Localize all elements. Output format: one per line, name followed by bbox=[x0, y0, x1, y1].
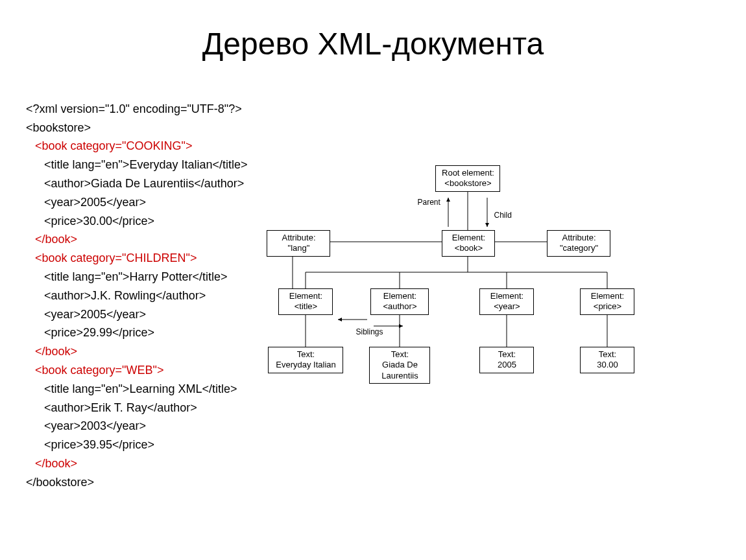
node-text-author: Text: Giada De Laurentiis bbox=[369, 347, 430, 384]
book-1-author: <author>Giada De Laurentiis</author> bbox=[26, 174, 244, 193]
node-book-l2: <book> bbox=[445, 243, 492, 253]
book-1-title: <title lang="en">Everyday Italian</title… bbox=[26, 156, 247, 174]
node-text-year-l2: 2005 bbox=[483, 360, 531, 370]
book-2-price: <price>29.99</price> bbox=[26, 323, 154, 342]
node-root: Root element: <bookstore> bbox=[435, 165, 500, 192]
node-title: Element: <title> bbox=[278, 288, 333, 315]
book-3-price: <price>39.95</price> bbox=[26, 436, 154, 454]
book-2-close: </book> bbox=[26, 342, 77, 361]
node-year-l2: <year> bbox=[483, 301, 531, 312]
label-siblings: Siblings bbox=[354, 327, 384, 336]
node-text-price: Text: 30.00 bbox=[580, 347, 634, 373]
node-text-author-l1: Text: bbox=[372, 349, 427, 360]
node-price-l1: Element: bbox=[583, 291, 631, 301]
node-attr-category: Attribute: "category" bbox=[547, 230, 610, 257]
node-text-price-l1: Text: bbox=[583, 349, 631, 360]
node-text-author-l3: Laurentiis bbox=[372, 371, 427, 381]
xml-root-close: </bookstore> bbox=[26, 476, 94, 489]
node-attr-lang-l2: "lang" bbox=[270, 243, 327, 253]
node-text-title-l2: Everyday Italian bbox=[271, 360, 340, 370]
node-title-l1: Element: bbox=[282, 291, 330, 301]
tree-diagram: Root element: <bookstore> Parent Child A… bbox=[254, 165, 720, 492]
node-attr-category-l1: Attribute: bbox=[550, 233, 607, 243]
node-year: Element: <year> bbox=[479, 288, 534, 315]
label-parent: Parent bbox=[416, 198, 441, 207]
book-2-year: <year>2005</year> bbox=[26, 305, 146, 324]
node-price-l2: <price> bbox=[583, 301, 631, 312]
book-1-close: </book> bbox=[26, 230, 77, 249]
book-3-author: <author>Erik T. Ray</author> bbox=[26, 399, 197, 417]
slide-title: Дерево XML-документа bbox=[26, 26, 720, 62]
book-3-close: </book> bbox=[26, 454, 77, 473]
xml-code-block: <?xml version="1.0" encoding="UTF-8"?> <… bbox=[26, 81, 247, 492]
node-author-l2: <author> bbox=[374, 301, 426, 312]
book-3-year: <year>2003</year> bbox=[26, 417, 146, 436]
node-book-l1: Element: bbox=[445, 233, 492, 243]
book-1-open: <book category="COOKING"> bbox=[26, 137, 192, 156]
book-3-open: <book category="WEB"> bbox=[26, 361, 163, 380]
node-attr-lang-l1: Attribute: bbox=[270, 233, 327, 243]
node-price: Element: <price> bbox=[580, 288, 634, 315]
node-root-l1: Root element: bbox=[439, 168, 497, 178]
node-title-l2: <title> bbox=[282, 301, 330, 312]
book-1-year: <year>2005</year> bbox=[26, 193, 146, 212]
node-year-l1: Element: bbox=[483, 291, 531, 301]
xml-root-open: <bookstore> bbox=[26, 121, 91, 134]
xml-decl: <?xml version="1.0" encoding="UTF-8"?> bbox=[26, 102, 242, 115]
label-child: Child bbox=[492, 211, 512, 220]
book-2-author: <author>J.K. Rowling</author> bbox=[26, 286, 206, 305]
book-2-open: <book category="CHILDREN"> bbox=[26, 249, 197, 268]
node-text-price-l2: 30.00 bbox=[583, 360, 631, 370]
node-text-year-l1: Text: bbox=[483, 349, 531, 360]
node-attr-category-l2: "category" bbox=[550, 243, 607, 253]
node-author-l1: Element: bbox=[374, 291, 426, 301]
slide: Дерево XML-документа <?xml version="1.0"… bbox=[0, 0, 746, 560]
node-text-title-l1: Text: bbox=[271, 349, 340, 360]
book-1-price: <price>30.00</price> bbox=[26, 212, 154, 231]
book-3-title: <title lang="en">Learning XML</title> bbox=[26, 380, 237, 399]
node-attr-lang: Attribute: "lang" bbox=[267, 230, 330, 257]
book-2-title: <title lang="en">Harry Potter</title> bbox=[26, 268, 227, 286]
node-root-l2: <bookstore> bbox=[439, 178, 497, 189]
node-author: Element: <author> bbox=[370, 288, 429, 315]
node-book: Element: <book> bbox=[442, 230, 495, 257]
node-text-author-l2: Giada De bbox=[372, 360, 427, 370]
node-text-title: Text: Everyday Italian bbox=[268, 347, 343, 373]
node-text-year: Text: 2005 bbox=[479, 347, 534, 373]
